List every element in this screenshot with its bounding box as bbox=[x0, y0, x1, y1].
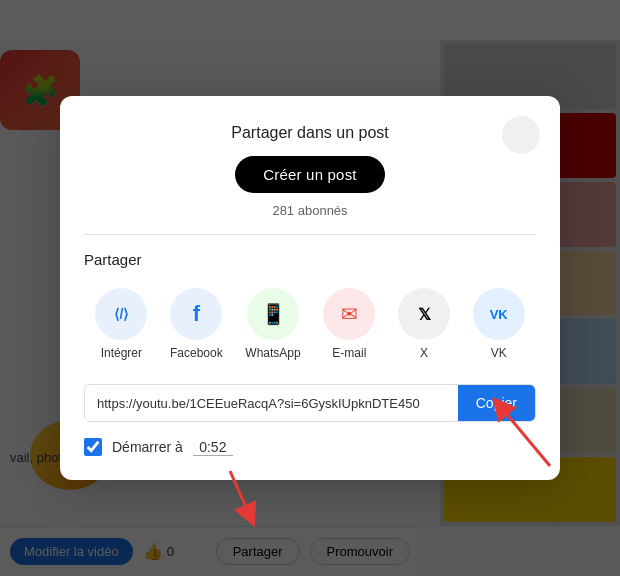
whatsapp-label: WhatsApp bbox=[245, 346, 300, 360]
modal-toggle-button[interactable] bbox=[502, 116, 540, 154]
facebook-icon: f bbox=[170, 288, 222, 340]
modal-backdrop: Partager dans un post Créer un post 281 … bbox=[0, 0, 620, 576]
x-label: X bbox=[420, 346, 428, 360]
embed-label: Intégrer bbox=[101, 346, 142, 360]
url-input[interactable] bbox=[85, 386, 458, 421]
share-whatsapp[interactable]: 📱 WhatsApp bbox=[245, 288, 300, 360]
vk-icon: VK bbox=[473, 288, 525, 340]
whatsapp-icon: 📱 bbox=[247, 288, 299, 340]
facebook-label: Facebook bbox=[170, 346, 223, 360]
share-facebook[interactable]: f Facebook bbox=[170, 288, 223, 360]
share-embed[interactable]: ⟨/⟩ Intégrer bbox=[95, 288, 147, 360]
start-at-row: Démarrer à bbox=[84, 438, 536, 456]
share-icons-row: ⟨/⟩ Intégrer f Facebook 📱 WhatsApp ✉ E-m… bbox=[84, 288, 536, 360]
copy-button[interactable]: Copier bbox=[458, 385, 535, 421]
url-row: Copier bbox=[84, 384, 536, 422]
x-icon: 𝕏 bbox=[398, 288, 450, 340]
start-at-time-input[interactable] bbox=[193, 439, 233, 456]
create-post-button[interactable]: Créer un post bbox=[235, 156, 384, 193]
subscribers-count: 281 abonnés bbox=[84, 203, 536, 218]
email-label: E-mail bbox=[332, 346, 366, 360]
share-modal: Partager dans un post Créer un post 281 … bbox=[60, 96, 560, 480]
email-icon: ✉ bbox=[323, 288, 375, 340]
share-x[interactable]: 𝕏 X bbox=[398, 288, 450, 360]
share-vk[interactable]: VK VK bbox=[473, 288, 525, 360]
modal-title: Partager dans un post bbox=[84, 124, 536, 142]
vk-label: VK bbox=[491, 346, 507, 360]
modal-divider bbox=[84, 234, 536, 235]
share-section-title: Partager bbox=[84, 251, 536, 268]
embed-icon: ⟨/⟩ bbox=[95, 288, 147, 340]
share-email[interactable]: ✉ E-mail bbox=[323, 288, 375, 360]
start-at-label: Démarrer à bbox=[112, 439, 183, 455]
start-at-checkbox[interactable] bbox=[84, 438, 102, 456]
